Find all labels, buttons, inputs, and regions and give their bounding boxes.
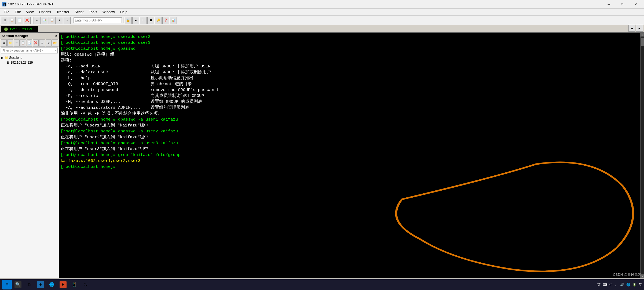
menu-edit[interactable]: Edit <box>12 9 23 15</box>
toolbar-btn-8[interactable]: ⬆ <box>56 17 63 24</box>
toolbar-btn-11[interactable]: ▶ <box>132 17 139 24</box>
tab-active[interactable]: 🟢 192.168.23.129 × <box>1 26 38 32</box>
chrome-icon: 🌐 <box>48 281 55 288</box>
menu-view[interactable]: View <box>23 9 36 15</box>
scrollbar-up-button[interactable]: ▲ <box>641 33 644 37</box>
battery-icon[interactable]: 🔋 <box>632 283 636 287</box>
toolbar-btn-13[interactable]: ⏹ <box>147 17 154 24</box>
terminal-scrollbar[interactable]: ▲ ▼ <box>640 33 644 278</box>
tree-item-session[interactable]: 🖥 192.168.23.129 <box>1 60 58 65</box>
maximize-button[interactable]: □ <box>616 0 628 9</box>
taskbar-search[interactable]: 🔍 <box>13 280 23 289</box>
terminal-line: [root@localhost home]# gpasswd -a user3 … <box>61 140 639 146</box>
session-tb-8[interactable]: ⚙ <box>46 39 52 46</box>
clock: 英 <box>639 282 642 287</box>
terminal-lines: [root@localhost home]# useradd user2[roo… <box>61 34 639 170</box>
terminal-line: -a, --add USER 向组 GROUP 中添加用户 USER <box>61 63 639 69</box>
terminal-line: [root@localhost home]# gpasswd -a user2 … <box>61 128 639 134</box>
tree-root-sessions[interactable]: ▶ 📁 Sessions <box>1 55 58 60</box>
toolbar-btn-1[interactable]: 🖥 <box>1 17 8 24</box>
tree-item-icon: 🖥 <box>6 61 10 64</box>
taskbar-right: 英 ⌨ 中 。 🔊 🌐 🔋 英 <box>597 282 642 287</box>
menu-bar: File Edit View Options Transfer Script T… <box>0 9 644 16</box>
toolbar-btn-5[interactable]: ✂ <box>34 17 41 24</box>
terminal-line: -r, --delete-password remove the GROUP's… <box>61 87 639 93</box>
ime-punctuation[interactable]: 。 <box>615 282 618 287</box>
session-tb-4[interactable]: 📋 <box>20 39 26 46</box>
taskbar-chrome[interactable]: 🌐 <box>47 280 57 289</box>
toolbar-separator-3 <box>123 17 123 23</box>
ime-toggle[interactable]: ⌨ <box>603 283 607 287</box>
ime-indicator[interactable]: 英 <box>597 282 601 287</box>
terminal-with-scroll: [root@localhost home]# useradd user2[roo… <box>59 33 644 278</box>
tab-icon: 🟢 <box>4 27 8 31</box>
taskbar-app1[interactable]: 📱 <box>69 280 79 289</box>
menu-options[interactable]: Options <box>36 9 54 15</box>
taskbar-powerpoint[interactable]: P <box>58 280 68 289</box>
terminal-content[interactable]: [root@localhost home]# useradd user2[roo… <box>59 33 640 278</box>
terminal-line: [root@localhost home]# gpasswd <box>61 46 639 52</box>
terminal-line: -R, --restrict 向其成员限制访问组 GROUP <box>61 93 639 99</box>
menu-file[interactable]: File <box>1 9 12 15</box>
toolbar-btn-4[interactable]: ❌ <box>24 17 31 24</box>
toolbar: 🖥 📋 📄 ❌ ✂ 📑 📋 ⬆ ⬇ 🔒 ▶ ⏸ ⏹ 🔑 ❓ 📊 <box>0 16 644 25</box>
session-tb-7[interactable]: ✏ <box>39 39 45 46</box>
tab-close-button[interactable]: × <box>34 28 35 31</box>
session-filter-input[interactable] <box>1 48 58 53</box>
volume-icon[interactable]: 🔊 <box>620 283 624 287</box>
toolbar-btn-3[interactable]: 📄 <box>16 17 23 24</box>
toolbar-btn-12[interactable]: ⏸ <box>140 17 147 24</box>
menu-script[interactable]: Script <box>72 9 86 15</box>
search-icon: 🔍 <box>14 281 21 288</box>
terminal-line: -A, --administrators ADMIN,... 设置组的管理员列表 <box>61 105 639 111</box>
terminal-line: [root@localhost home]# useradd user3 <box>61 40 639 46</box>
folder-icon: 📁 <box>4 56 8 60</box>
tree-expand-icon: ▶ <box>1 56 3 60</box>
network-icon[interactable]: 🌐 <box>626 283 630 287</box>
session-tb-3[interactable]: ✂ <box>14 39 20 46</box>
terminal-line: 正在将用户 "user3"加入到 "kaifazu"组中 <box>61 146 639 152</box>
minimize-button[interactable]: ─ <box>603 0 615 9</box>
menu-window[interactable]: Window <box>100 9 118 15</box>
close-button[interactable]: ✕ <box>630 0 642 9</box>
toolbar-btn-10[interactable]: 🔒 <box>125 17 132 24</box>
terminal-line: -d, --delete USER 从组 GROUP 中添加或删除用户 <box>61 69 639 75</box>
session-filter-close[interactable]: × <box>55 49 57 52</box>
session-tb-1[interactable]: 🖥 <box>1 39 7 46</box>
taskbar-app2[interactable]: 🗂 <box>80 280 91 289</box>
toolbar-btn-6[interactable]: 📑 <box>41 17 48 24</box>
tab-nav-prev[interactable]: ◀ <box>628 25 635 32</box>
menu-transfer[interactable]: Transfer <box>54 9 72 15</box>
toolbar-separator-1 <box>32 17 32 23</box>
menu-tools[interactable]: Tools <box>86 9 100 15</box>
terminal-line: [root@localhost home]# <box>61 164 639 170</box>
session-manager-close[interactable]: × <box>55 34 57 38</box>
session-tree: ▶ 📁 Sessions 🖥 192.168.23.129 <box>0 54 59 278</box>
session-tb-9[interactable]: 📂 <box>52 39 58 46</box>
taskbar-ie[interactable]: e <box>35 280 46 289</box>
toolbar-btn-7[interactable]: 📋 <box>49 17 56 24</box>
toolbar-btn-2[interactable]: 📋 <box>9 17 16 24</box>
scrollbar-thumb[interactable] <box>641 38 644 46</box>
toolbar-btn-14[interactable]: 🔑 <box>155 17 162 24</box>
terminal-line: 选项: <box>61 57 639 63</box>
session-tb-6[interactable]: ❌ <box>33 39 39 46</box>
host-input[interactable] <box>74 17 122 23</box>
terminal-line: [root@localhost home]# gpasswd -a user1 … <box>61 117 639 122</box>
terminal-line: [root@localhost home]# grep 'kaifazu' /e… <box>61 152 639 158</box>
toolbar-btn-9[interactable]: ⬇ <box>64 17 71 24</box>
terminal-line: 正在将用户 "user2"加入到 "kaifazu"组中 <box>61 134 639 140</box>
menu-help[interactable]: Help <box>118 9 130 15</box>
ime-mode[interactable]: 中 <box>609 282 613 287</box>
app-icon: 🖥 <box>2 2 6 6</box>
session-tb-2[interactable]: 📁 <box>7 39 13 46</box>
toolbar-btn-15[interactable]: ❓ <box>162 17 169 24</box>
start-button[interactable]: ⊞ <box>2 280 12 289</box>
tab-nav-next[interactable]: ▶ <box>636 25 643 32</box>
app2-icon: 🗂 <box>82 281 89 288</box>
toolbar-btn-16[interactable]: 📊 <box>170 17 177 24</box>
terminal-container[interactable]: [root@localhost home]# useradd user2[roo… <box>59 33 644 278</box>
tab-bar: 🟢 192.168.23.129 × ◀ ▶ <box>0 25 644 33</box>
session-tb-5[interactable]: 📑 <box>27 39 32 46</box>
taskbar-task-view[interactable]: ⧉ <box>24 280 34 289</box>
